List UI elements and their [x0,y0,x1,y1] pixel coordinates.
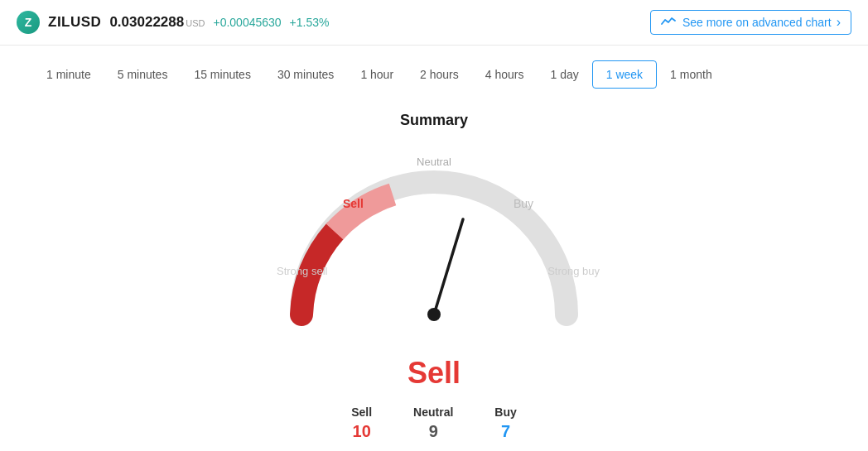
stat-sell-value: 10 [353,422,371,441]
time-btn-1w[interactable]: 1 week [592,60,657,89]
stat-sell: Sell 10 [351,405,372,441]
ticker-price: 0.03022288USD [109,14,205,31]
ticker-symbol: ZILUSD [48,14,101,31]
stat-buy-label: Buy [494,405,516,419]
stat-neutral: Neutral 9 [413,405,453,441]
ticker-info: Z ZILUSD 0.03022288USD +0.00045630 +1.53… [17,11,329,34]
ticker-logo: Z [17,11,40,34]
stat-buy: Buy 7 [494,405,516,441]
advanced-chart-label: See more on advanced chart [682,16,832,29]
time-btn-1m[interactable]: 1 month [657,61,726,88]
header: Z ZILUSD 0.03022288USD +0.00045630 +1.53… [0,0,868,46]
svg-line-0 [434,219,463,314]
stats-row: Sell 10 Neutral 9 Buy 7 [351,405,517,441]
time-btn-1min[interactable]: 1 minute [33,61,104,88]
gauge-label-buy: Buy [514,197,533,210]
time-btn-5min[interactable]: 5 minutes [104,61,181,88]
ticker-change-abs: +0.00045630 [213,16,281,29]
advanced-chart-link[interactable]: See more on advanced chart › [650,10,851,35]
time-btn-1h[interactable]: 1 hour [347,61,407,88]
gauge-current-value: Sell [407,356,461,391]
ticker-change-pct: +1.53% [290,16,330,29]
gauge-label-strong-buy: Strong buy [547,265,600,277]
gauge-label-strong-sell: Strong sell [277,265,327,277]
stat-buy-value: 7 [501,422,510,441]
chart-icon [661,16,678,30]
main-content: Summary Neutral Sell Buy Strong sell Str… [0,103,868,451]
time-period-selector: 1 minute5 minutes15 minutes30 minutes1 h… [0,46,868,103]
time-btn-15min[interactable]: 15 minutes [181,61,263,88]
time-btn-2h[interactable]: 2 hours [407,61,472,88]
time-btn-30min[interactable]: 30 minutes [264,61,347,88]
stat-sell-label: Sell [351,405,372,419]
svg-point-1 [427,308,441,321]
gauge-label-sell: Sell [343,197,364,210]
stat-neutral-value: 9 [429,422,438,441]
ticker-currency: USD [186,18,205,28]
time-btn-1d[interactable]: 1 day [537,61,591,88]
stat-neutral-label: Neutral [413,405,453,419]
chevron-right-icon: › [837,15,841,30]
gauge-container: Neutral Sell Buy Strong sell Strong buy [260,132,608,348]
summary-title: Summary [400,112,468,129]
gauge-label-neutral: Neutral [417,156,451,168]
time-btn-4h[interactable]: 4 hours [472,61,538,88]
